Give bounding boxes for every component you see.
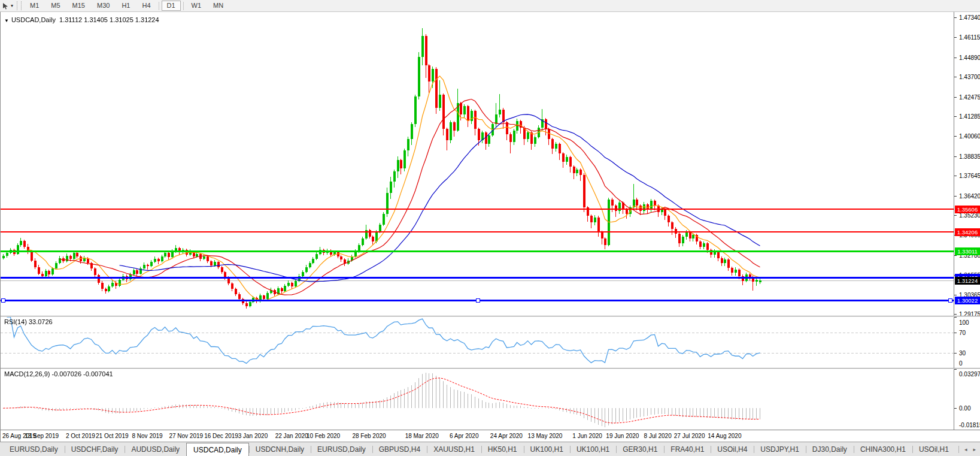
tab-label: GER30,H1 bbox=[623, 445, 657, 454]
tab-label: UK100,H1 bbox=[530, 445, 563, 454]
tab-label: FRA40,H1 bbox=[670, 445, 704, 454]
axis-tick-mark bbox=[954, 196, 957, 197]
tab-divider bbox=[806, 446, 806, 453]
timeframe-button-m30[interactable]: M30 bbox=[92, 1, 115, 11]
chart-tab-audusd-daily[interactable]: AUDUSD,Daily bbox=[125, 442, 186, 456]
chart-tab-fra40-h1[interactable]: FRA40,H1 bbox=[664, 442, 711, 456]
axis-tick-label: 1.38835 bbox=[959, 153, 980, 160]
tab-label: USDJPY,H1 bbox=[760, 445, 799, 454]
axis-tick-mark bbox=[954, 37, 957, 38]
axis-tick-mark bbox=[954, 77, 957, 77]
tab-label: USDCNH,Daily bbox=[256, 445, 304, 454]
timeframe-button-h1[interactable]: H1 bbox=[116, 1, 135, 11]
chart-tab-gbpusd-h4[interactable]: GBPUSD,H4 bbox=[372, 442, 427, 456]
axis-tick-mark bbox=[954, 369, 957, 370]
axis-tick-label: 1.47340 bbox=[959, 14, 980, 21]
time-axis-label: 13 Sep 2019 bbox=[25, 433, 59, 439]
timeframe-button-m5[interactable]: M5 bbox=[45, 1, 65, 11]
axis-tick-label: 1.36420 bbox=[959, 193, 980, 200]
axis-tick-mark bbox=[954, 295, 957, 295]
tab-scroll-right-icon[interactable]: ▸ bbox=[970, 446, 979, 452]
tab-label: UK100,H1 bbox=[577, 445, 609, 454]
tab-divider bbox=[854, 446, 854, 453]
tab-label: GBPUSD,H4 bbox=[379, 445, 420, 454]
tab-divider bbox=[616, 446, 617, 453]
tab-scroll-left-icon[interactable]: ◂ bbox=[961, 446, 970, 452]
time-axis-label: 13 May 2020 bbox=[528, 433, 563, 439]
time-axis-border bbox=[1, 430, 980, 430]
toolbar-separator bbox=[159, 2, 159, 10]
timeframe-toolbar: ▾ M1M5M15M30H1H4D1W1MN bbox=[0, 0, 980, 12]
chart-tab-hk50-h1[interactable]: HK50,H1 bbox=[481, 442, 524, 456]
time-axis-label: 10 Feb 2020 bbox=[307, 433, 340, 439]
collapse-arrow-icon[interactable]: ▼ bbox=[4, 18, 9, 23]
time-axis: 26 Aug 201913 Sep 20192 Oct 201921 Oct 2… bbox=[1, 431, 954, 442]
time-axis-label: 19 Jun 2020 bbox=[606, 433, 639, 439]
axis-tick-label: 1.41285 bbox=[959, 113, 980, 120]
axis-tick-label: 70 bbox=[959, 330, 966, 336]
tab-divider bbox=[125, 446, 125, 453]
cursor-tool-icon[interactable] bbox=[0, 1, 11, 11]
pane-divider-highlight bbox=[1, 369, 980, 369]
chart-tab-uk100-h1[interactable]: UK100,H1 bbox=[524, 442, 570, 456]
time-axis-label: 6 Apr 2020 bbox=[450, 433, 478, 439]
chart-tab-usoil-h1[interactable]: USOil,H1 bbox=[912, 442, 955, 456]
chart-tab-xauusd-h1[interactable]: XAUUSD,H1 bbox=[427, 442, 481, 456]
chart-tab-ger30-h1[interactable]: GER30,H1 bbox=[616, 442, 664, 456]
axis-tick-label: 0.00 bbox=[959, 405, 970, 412]
timeframe-button-d1[interactable]: D1 bbox=[162, 1, 181, 11]
chart-tab-usdcnh-daily[interactable]: USDCNH,Daily bbox=[249, 442, 311, 456]
trading-terminal-window: ▾ M1M5M15M30H1H4D1W1MN ▼USDCAD,Daily 1.3… bbox=[0, 0, 980, 456]
axis-tick-mark bbox=[954, 156, 957, 157]
pane-divider-highlight bbox=[1, 316, 980, 317]
time-axis-label: 1 Jun 2020 bbox=[572, 433, 602, 439]
toolbar-grip-handle[interactable] bbox=[17, 1, 22, 10]
axis-tick-label: 30 bbox=[959, 350, 966, 357]
toolbar-separator bbox=[183, 2, 184, 10]
chart-tab-bar: EURUSD,DailyUSDCHF,DailyAUDUSD,DailyUSDC… bbox=[0, 442, 980, 456]
timeframe-button-w1[interactable]: W1 bbox=[186, 1, 207, 11]
tab-label: USOil,H1 bbox=[919, 445, 949, 454]
price-level-badge: 1.33011 bbox=[955, 247, 980, 255]
price-level-badge: 1.30022 bbox=[955, 297, 980, 304]
chevron-down-icon[interactable]: ▾ bbox=[11, 3, 16, 8]
axis-tick-label: 0.032972 bbox=[959, 371, 980, 378]
timeframe-button-mn[interactable]: MN bbox=[208, 1, 229, 11]
timeframe-button-m1[interactable]: M1 bbox=[25, 1, 44, 11]
time-axis-label: 14 Aug 2020 bbox=[708, 433, 741, 439]
tab-divider bbox=[427, 446, 427, 453]
tab-divider bbox=[711, 446, 711, 453]
tab-label: XAUUSD,H1 bbox=[433, 445, 475, 454]
timeframe-button-h4[interactable]: H4 bbox=[136, 1, 156, 11]
tab-label: EURUSD,Daily bbox=[317, 445, 366, 454]
chart-tab-eurusd-daily[interactable]: EURUSD,Daily bbox=[311, 442, 372, 456]
time-axis-label: 27 Nov 2019 bbox=[169, 433, 203, 439]
chart-tab-uk100-h1[interactable]: UK100,H1 bbox=[570, 442, 616, 456]
axis-tick-mark bbox=[954, 215, 957, 216]
chart-tab-usdjpy-h1[interactable]: USDJPY,H1 bbox=[754, 442, 805, 456]
chart-tab-usoil-h4[interactable]: USOil,H4 bbox=[711, 442, 754, 456]
tab-label: USOil,H4 bbox=[717, 445, 747, 454]
axis-tick-label: 1.43700 bbox=[959, 74, 980, 80]
tab-divider bbox=[481, 446, 482, 453]
time-axis-label: 22 Jan 2020 bbox=[275, 433, 308, 439]
tab-scroll-arrows: ◂ ▸ bbox=[958, 442, 979, 456]
chart-tab-eurusd-daily[interactable]: EURUSD,Daily bbox=[3, 442, 65, 456]
axis-tick-mark bbox=[954, 58, 957, 58]
axis-tick-mark bbox=[954, 314, 957, 315]
time-axis-label: 24 Apr 2020 bbox=[490, 433, 523, 439]
chart-tab-dj30-daily[interactable]: DJ30,Daily bbox=[806, 442, 854, 456]
chart-tab-usdcad-daily[interactable]: USDCAD,Daily bbox=[186, 443, 249, 456]
cursor-icon bbox=[2, 2, 9, 10]
axis-tick-label: 0 bbox=[959, 360, 963, 367]
time-axis-label: 28 Feb 2020 bbox=[352, 433, 386, 439]
chart-ohlc-values: 1.31112 1.31405 1.31025 1.31224 bbox=[59, 16, 159, 23]
tab-divider bbox=[524, 446, 524, 453]
tab-label: USDCHF,Daily bbox=[71, 445, 119, 454]
chart-window: ▼USDCAD,Daily 1.31112 1.31405 1.31025 1.… bbox=[0, 12, 980, 442]
chart-tab-china300-h1[interactable]: CHINA300,H1 bbox=[854, 442, 912, 456]
timeframe-button-m15[interactable]: M15 bbox=[67, 1, 90, 11]
chart-tab-usdchf-daily[interactable]: USDCHF,Daily bbox=[65, 442, 125, 456]
axis-tick-mark bbox=[954, 17, 957, 18]
axis-tick-mark bbox=[954, 255, 957, 256]
